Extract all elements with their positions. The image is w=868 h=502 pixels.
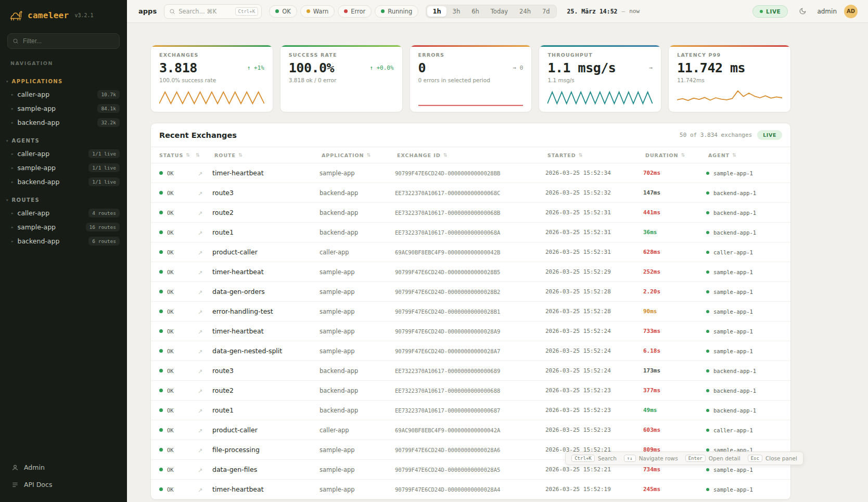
filter-chip-warn[interactable]: Warn: [300, 5, 335, 18]
filter-chip-running[interactable]: Running: [375, 5, 418, 18]
sidebar-item-api-docs[interactable]: API Docs: [6, 477, 121, 493]
range-button-today[interactable]: Today: [486, 6, 513, 17]
sidebar-item-label: caller-app: [18, 209, 85, 217]
sidebar-item-routes-sample-app[interactable]: ▸ sample-app 16 routes: [0, 220, 127, 234]
table-row[interactable]: OK ↗ timer-heartbeat sample-app 90799F47…: [151, 480, 790, 499]
sidebar-item-routes-caller-app[interactable]: ▸ caller-app 4 routes: [0, 206, 127, 220]
stat-subtext: 100.0% success rate: [159, 77, 264, 83]
sidebar-item-sample-app[interactable]: ▸ sample-app 84.1k: [0, 101, 127, 115]
sidebar-item-routes-backend-app[interactable]: ▸ backend-app 6 routes: [0, 234, 127, 248]
open-exchange-icon[interactable]: ↗: [194, 230, 202, 237]
table-row[interactable]: OK ↗ product-caller caller-app 69AC90BF8…: [151, 242, 790, 262]
open-exchange-icon[interactable]: ↗: [194, 368, 202, 375]
section-header-agents[interactable]: ▾ AGENTS: [0, 136, 127, 147]
route-name[interactable]: file-processing: [212, 446, 320, 454]
column-header-agent[interactable]: AGENT⇅: [706, 152, 790, 158]
open-exchange-icon[interactable]: ↗: [194, 269, 202, 276]
chip-label: Running: [388, 8, 412, 15]
table-row[interactable]: OK ↗ route3 backend-app EE7322370A10617-…: [151, 183, 790, 203]
open-exchange-icon[interactable]: ↗: [194, 447, 202, 454]
table-row[interactable]: OK ↗ route2 backend-app EE7322370A10617-…: [151, 203, 790, 223]
section-header-routes[interactable]: ▾ ROUTES: [0, 195, 127, 206]
table-row[interactable]: OK ↗ timer-heartbeat sample-app 90799F47…: [151, 262, 790, 282]
table-row[interactable]: OK ↗ data-gen-nested-split sample-app 90…: [151, 341, 790, 361]
column-header-duration[interactable]: DURATION⇅: [643, 152, 706, 158]
table-row[interactable]: OK ↗ timer-heartbeat sample-app 90799F47…: [151, 163, 790, 183]
range-button-1h[interactable]: 1h: [427, 6, 446, 17]
route-name[interactable]: product-caller: [212, 426, 320, 434]
route-name[interactable]: route2: [212, 387, 320, 394]
open-exchange-icon[interactable]: ↗: [194, 388, 202, 395]
section-header-applications[interactable]: ▾ APPLICATIONS: [0, 76, 127, 87]
column-header-status[interactable]: STATUS⇅: [151, 152, 194, 158]
route-name[interactable]: timer-heartbeat: [212, 485, 320, 493]
route-name[interactable]: data-gen-nested-split: [212, 347, 320, 355]
open-exchange-icon[interactable]: ↗: [194, 309, 202, 316]
route-name[interactable]: error-handling-test: [212, 307, 320, 315]
filter-chip-error[interactable]: Error: [338, 5, 372, 18]
route-name[interactable]: route2: [212, 209, 320, 216]
column-header-started[interactable]: STARTED⇅: [545, 152, 643, 158]
sidebar-item-backend-app[interactable]: ▸ backend-app 32.2k: [0, 115, 127, 130]
open-exchange-icon[interactable]: ↗: [194, 250, 202, 256]
sidebar-item-caller-app[interactable]: ▸ caller-app 10.7k: [0, 87, 127, 101]
open-exchange-icon[interactable]: ↗: [194, 210, 202, 217]
route-name[interactable]: route3: [212, 367, 320, 375]
time-range-display[interactable]: 25. März 14:52 — now: [567, 8, 640, 15]
open-exchange-icon[interactable]: ↗: [194, 171, 202, 177]
status-filter-chips: OK Warn Error Running: [269, 5, 418, 18]
logo[interactable]: cameleer v3.2.1: [0, 0, 127, 26]
stat-card-errors[interactable]: ERRORS 0 → 0 0 errors in selected period: [410, 45, 532, 112]
route-name[interactable]: data-gen-files: [212, 466, 320, 473]
stat-card-latency[interactable]: LATENCY P99 11.742 ms 11.742ms: [668, 45, 791, 112]
route-name[interactable]: product-caller: [212, 248, 320, 256]
open-exchange-icon[interactable]: ↗: [194, 190, 202, 197]
sidebar-item-admin[interactable]: Admin: [6, 459, 121, 475]
stat-card-throughput[interactable]: THROUGHPUT 1.1 msg/s → 1.1 msg/s: [539, 45, 661, 112]
open-exchange-icon[interactable]: ↗: [194, 428, 202, 434]
filter-chip-ok[interactable]: OK: [269, 5, 297, 18]
route-name[interactable]: route3: [212, 189, 320, 197]
dark-mode-toggle[interactable]: [795, 4, 810, 19]
table-row[interactable]: OK ↗ route3 backend-app EE7322370A10617-…: [151, 361, 790, 381]
table-row[interactable]: OK ↗ data-gen-orders sample-app 90799F47…: [151, 282, 790, 302]
table-row[interactable]: OK ↗ error-handling-test sample-app 9079…: [151, 302, 790, 321]
column-header-exchange-id[interactable]: EXCHANGE ID⇅: [395, 152, 545, 158]
column-header-open[interactable]: ⇅: [194, 152, 212, 158]
route-name[interactable]: timer-heartbeat: [212, 327, 320, 335]
route-name[interactable]: data-gen-orders: [212, 288, 320, 295]
sidebar-item-agent-caller-app[interactable]: ▸ caller-app 1/1 live: [0, 147, 127, 161]
stat-subtext: 11.742ms: [677, 77, 782, 83]
search-input[interactable]: Search... ⌘K Ctrl+K: [164, 4, 262, 19]
open-exchange-icon[interactable]: ↗: [194, 467, 202, 474]
filter-input[interactable]: [7, 33, 120, 49]
open-exchange-icon[interactable]: ↗: [194, 408, 202, 415]
sidebar-item-agent-sample-app[interactable]: ▸ sample-app 1/1 live: [0, 161, 127, 175]
route-name[interactable]: timer-heartbeat: [212, 268, 320, 276]
range-button-7d[interactable]: 7d: [537, 6, 555, 17]
live-toggle[interactable]: LIVE: [752, 5, 788, 18]
table-row[interactable]: OK ↗ timer-heartbeat sample-app 90799F47…: [151, 321, 790, 341]
table-row[interactable]: OK ↗ product-caller caller-app 69AC90BF8…: [151, 420, 790, 440]
agent-dot: [706, 310, 709, 313]
table-row[interactable]: OK ↗ route1 backend-app EE7322370A10617-…: [151, 401, 790, 420]
open-exchange-icon[interactable]: ↗: [194, 329, 202, 336]
table-row[interactable]: OK ↗ route1 backend-app EE7322370A10617-…: [151, 223, 790, 242]
route-name[interactable]: route1: [212, 228, 320, 236]
avatar[interactable]: AD: [844, 5, 858, 18]
table-row[interactable]: OK ↗ route2 backend-app EE7322370A10617-…: [151, 381, 790, 401]
sidebar-item-agent-backend-app[interactable]: ▸ backend-app 1/1 live: [0, 175, 127, 189]
range-button-24h[interactable]: 24h: [514, 6, 536, 17]
duration-value: 441ms: [643, 209, 706, 216]
range-button-6h[interactable]: 6h: [466, 6, 484, 17]
stat-card-exchanges[interactable]: EXCHANGES 3.818 ↑ +1% 100.0% success rat…: [150, 45, 273, 112]
open-exchange-icon[interactable]: ↗: [194, 349, 202, 355]
route-name[interactable]: route1: [212, 406, 320, 414]
open-exchange-icon[interactable]: ↗: [194, 487, 202, 494]
column-header-application[interactable]: APPLICATION⇅: [320, 152, 395, 158]
stat-card-success-rate[interactable]: SUCCESS RATE 100.0% ↑ +0.0% 3.818 ok / 0…: [280, 45, 403, 112]
open-exchange-icon[interactable]: ↗: [194, 289, 202, 296]
range-button-3h[interactable]: 3h: [448, 6, 466, 17]
route-name[interactable]: timer-heartbeat: [212, 169, 320, 177]
column-header-route[interactable]: ROUTE⇅: [212, 152, 320, 158]
